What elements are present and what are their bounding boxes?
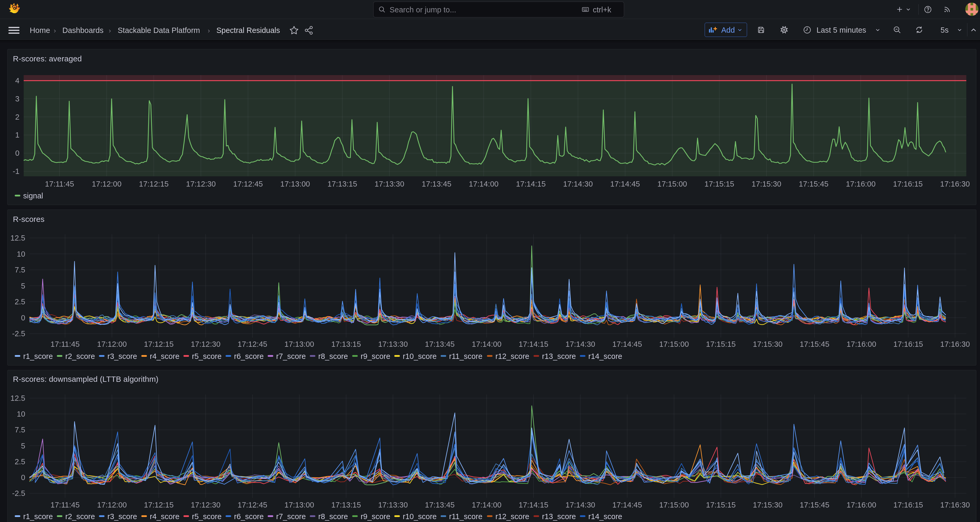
svg-text:17:15:30: 17:15:30 bbox=[753, 340, 783, 348]
svg-text:-2.5: -2.5 bbox=[12, 329, 25, 338]
svg-text:-2.5: -2.5 bbox=[12, 489, 25, 498]
svg-text:r3_score: r3_score bbox=[107, 352, 137, 361]
svg-text:r11_score: r11_score bbox=[449, 352, 482, 361]
svg-text:17:13:15: 17:13:15 bbox=[331, 501, 361, 509]
svg-text:17:12:30: 17:12:30 bbox=[186, 180, 216, 188]
svg-text:17:12:45: 17:12:45 bbox=[238, 340, 267, 348]
svg-text:17:16:00: 17:16:00 bbox=[846, 180, 875, 188]
svg-text:r4_score: r4_score bbox=[150, 352, 180, 361]
svg-text:17:16:00: 17:16:00 bbox=[846, 340, 876, 348]
svg-text:17:13:30: 17:13:30 bbox=[375, 180, 404, 188]
svg-text:17:11:45: 17:11:45 bbox=[51, 501, 80, 509]
svg-text:17:13:15: 17:13:15 bbox=[328, 180, 357, 188]
svg-text:r12_score: r12_score bbox=[495, 352, 529, 361]
svg-text:17:13:30: 17:13:30 bbox=[378, 340, 408, 348]
svg-text:0: 0 bbox=[21, 473, 25, 482]
svg-text:17:15:30: 17:15:30 bbox=[753, 501, 783, 509]
svg-text:17:14:15: 17:14:15 bbox=[519, 340, 548, 348]
svg-text:2.5: 2.5 bbox=[15, 297, 25, 306]
svg-text:1: 1 bbox=[15, 131, 19, 139]
svg-text:12.5: 12.5 bbox=[11, 234, 25, 242]
svg-text:17:13:00: 17:13:00 bbox=[285, 501, 314, 509]
svg-text:17:14:00: 17:14:00 bbox=[469, 180, 498, 188]
svg-text:10: 10 bbox=[17, 250, 25, 258]
svg-text:17:16:30: 17:16:30 bbox=[940, 180, 970, 188]
svg-text:r6_score: r6_score bbox=[234, 512, 264, 521]
svg-text:17:16:00: 17:16:00 bbox=[846, 501, 876, 509]
svg-text:r1_score: r1_score bbox=[23, 352, 53, 361]
svg-text:2.5: 2.5 bbox=[15, 457, 25, 466]
svg-text:17:13:45: 17:13:45 bbox=[422, 180, 452, 188]
svg-text:7.5: 7.5 bbox=[15, 266, 25, 274]
svg-text:r9_score: r9_score bbox=[361, 352, 390, 361]
svg-text:17:15:30: 17:15:30 bbox=[751, 180, 781, 188]
svg-text:r3_score: r3_score bbox=[107, 512, 137, 521]
svg-text:r10_score: r10_score bbox=[403, 512, 437, 521]
svg-text:0: 0 bbox=[21, 314, 25, 322]
svg-text:17:15:15: 17:15:15 bbox=[706, 501, 736, 509]
svg-text:r10_score: r10_score bbox=[403, 352, 437, 361]
svg-text:r14_score: r14_score bbox=[588, 352, 622, 361]
svg-text:-1: -1 bbox=[13, 167, 19, 176]
svg-text:17:14:00: 17:14:00 bbox=[472, 501, 501, 509]
svg-text:17:12:45: 17:12:45 bbox=[238, 501, 267, 509]
svg-text:r11_score: r11_score bbox=[449, 512, 482, 521]
svg-text:4: 4 bbox=[15, 77, 19, 85]
svg-text:17:12:15: 17:12:15 bbox=[139, 180, 169, 188]
svg-text:17:15:45: 17:15:45 bbox=[799, 180, 828, 188]
svg-text:17:13:45: 17:13:45 bbox=[425, 501, 455, 509]
svg-text:17:16:30: 17:16:30 bbox=[940, 501, 970, 509]
svg-text:17:12:30: 17:12:30 bbox=[191, 340, 221, 348]
svg-text:17:11:45: 17:11:45 bbox=[51, 340, 80, 348]
svg-text:17:14:45: 17:14:45 bbox=[610, 180, 640, 188]
svg-text:r2_score: r2_score bbox=[65, 512, 95, 521]
svg-text:17:14:30: 17:14:30 bbox=[565, 501, 595, 509]
svg-text:17:14:00: 17:14:00 bbox=[472, 340, 501, 348]
svg-text:17:12:45: 17:12:45 bbox=[233, 180, 263, 188]
svg-text:signal: signal bbox=[23, 192, 43, 200]
svg-text:17:15:45: 17:15:45 bbox=[800, 501, 829, 509]
svg-text:17:12:00: 17:12:00 bbox=[92, 180, 122, 188]
svg-text:r8_score: r8_score bbox=[318, 352, 348, 361]
svg-text:17:13:00: 17:13:00 bbox=[285, 340, 314, 348]
svg-text:17:12:15: 17:12:15 bbox=[144, 340, 174, 348]
svg-text:17:15:00: 17:15:00 bbox=[657, 180, 687, 188]
svg-text:3: 3 bbox=[15, 94, 19, 103]
svg-text:r2_score: r2_score bbox=[65, 352, 95, 361]
svg-text:r12_score: r12_score bbox=[495, 512, 529, 521]
svg-text:0: 0 bbox=[15, 149, 19, 157]
svg-text:r7_score: r7_score bbox=[276, 512, 306, 521]
svg-text:17:13:00: 17:13:00 bbox=[280, 180, 310, 188]
svg-text:r4_score: r4_score bbox=[150, 512, 180, 521]
svg-text:r5_score: r5_score bbox=[192, 512, 222, 521]
svg-text:17:12:00: 17:12:00 bbox=[97, 340, 127, 348]
svg-text:5: 5 bbox=[21, 442, 25, 450]
svg-text:17:14:45: 17:14:45 bbox=[612, 501, 642, 509]
svg-text:17:16:15: 17:16:15 bbox=[893, 340, 923, 348]
svg-text:17:15:15: 17:15:15 bbox=[706, 340, 736, 348]
svg-text:r14_score: r14_score bbox=[588, 512, 622, 521]
svg-text:17:11:45: 17:11:45 bbox=[45, 180, 74, 188]
svg-text:17:16:15: 17:16:15 bbox=[893, 501, 923, 509]
svg-text:12.5: 12.5 bbox=[11, 394, 25, 402]
svg-text:17:14:45: 17:14:45 bbox=[612, 340, 642, 348]
svg-text:17:14:30: 17:14:30 bbox=[563, 180, 593, 188]
svg-text:17:15:00: 17:15:00 bbox=[659, 340, 689, 348]
svg-text:17:15:00: 17:15:00 bbox=[659, 501, 689, 509]
svg-text:17:16:15: 17:16:15 bbox=[893, 180, 923, 188]
svg-text:17:12:00: 17:12:00 bbox=[97, 501, 127, 509]
svg-text:r5_score: r5_score bbox=[192, 352, 222, 361]
svg-text:r6_score: r6_score bbox=[234, 352, 264, 361]
svg-text:r8_score: r8_score bbox=[318, 512, 348, 521]
svg-text:17:12:15: 17:12:15 bbox=[144, 501, 174, 509]
svg-text:5: 5 bbox=[21, 282, 25, 290]
svg-text:r13_score: r13_score bbox=[542, 512, 576, 521]
svg-text:17:13:45: 17:13:45 bbox=[425, 340, 455, 348]
svg-text:r9_score: r9_score bbox=[361, 512, 390, 521]
svg-text:10: 10 bbox=[17, 410, 25, 418]
svg-text:r7_score: r7_score bbox=[276, 352, 306, 361]
svg-text:17:13:15: 17:13:15 bbox=[331, 340, 361, 348]
svg-text:2: 2 bbox=[15, 113, 19, 121]
svg-text:17:15:45: 17:15:45 bbox=[800, 340, 829, 348]
svg-text:r13_score: r13_score bbox=[542, 352, 576, 361]
